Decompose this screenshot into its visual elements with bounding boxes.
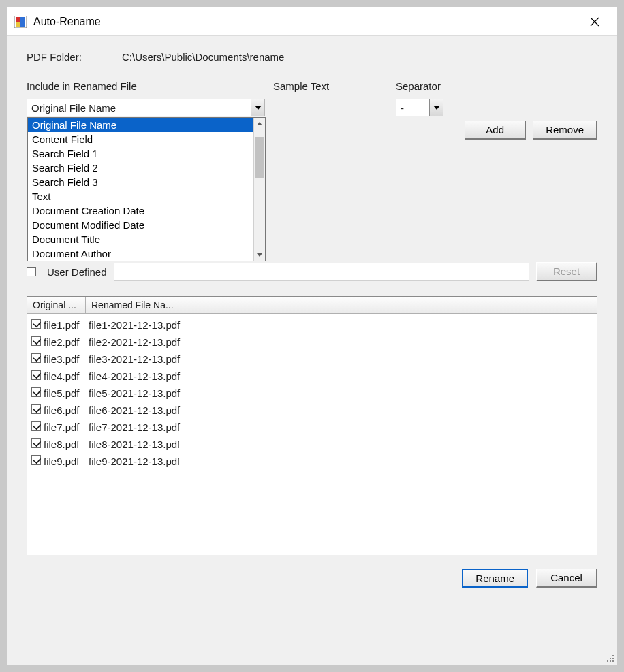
table-row[interactable]: file1.pdffile1-2021-12-13.pdf <box>27 317 597 334</box>
svg-rect-2 <box>20 17 25 22</box>
renamed-filename: file8-2021-12-13.pdf <box>89 436 180 453</box>
original-filename: file1.pdf <box>44 317 89 334</box>
window-title: Auto-Rename <box>33 16 580 28</box>
include-combo-value: Original File Name <box>27 102 251 114</box>
renamed-filename: file2-2021-12-13.pdf <box>89 334 180 351</box>
original-filename: file6.pdf <box>44 402 89 419</box>
include-combo[interactable]: Original File Name Original File NameCon… <box>27 99 265 116</box>
include-option[interactable]: Search Field 2 <box>28 161 253 175</box>
row-checkbox[interactable] <box>31 387 41 397</box>
svg-rect-4 <box>20 22 25 27</box>
dropdown-scrollbar[interactable] <box>253 118 265 261</box>
separator-label: Separator <box>396 80 441 92</box>
include-option[interactable]: Search Field 3 <box>28 175 253 189</box>
pdf-folder-row: PDF Folder: C:\Users\Public\Documents\re… <box>27 51 597 63</box>
include-option[interactable]: Content Field <box>28 132 253 146</box>
pdf-folder-path: C:\Users\Public\Documents\rename <box>122 51 284 63</box>
original-filename: file5.pdf <box>44 385 89 402</box>
column-renamed[interactable]: Renamed File Na... <box>86 297 193 313</box>
scroll-up-arrow-icon[interactable] <box>254 118 265 129</box>
resize-grip-icon[interactable] <box>603 651 615 663</box>
sample-text-label: Sample Text <box>273 80 396 92</box>
table-row[interactable]: file4.pdffile4-2021-12-13.pdf <box>27 368 597 385</box>
original-filename: file4.pdf <box>44 368 89 385</box>
table-row[interactable]: file8.pdffile8-2021-12-13.pdf <box>27 436 597 453</box>
column-original[interactable]: Original ... <box>27 297 86 313</box>
row-checkbox[interactable] <box>31 336 41 346</box>
include-option[interactable]: Search Field 1 <box>28 146 253 161</box>
row-checkbox[interactable] <box>31 319 41 329</box>
renamed-filename: file3-2021-12-13.pdf <box>89 351 180 368</box>
include-option[interactable]: Text <box>28 189 253 204</box>
user-defined-label: User Defined <box>47 266 107 278</box>
section-headers: Include in Renamed File Sample Text Sepa… <box>27 80 597 92</box>
row-checkbox[interactable] <box>31 438 41 448</box>
pdf-folder-label: PDF Folder: <box>27 51 122 63</box>
separator-combo[interactable]: - <box>396 99 443 116</box>
include-option[interactable]: Document Title <box>28 232 253 246</box>
include-option[interactable]: Document Creation Date <box>28 204 253 218</box>
include-option[interactable]: Document Author <box>28 246 253 261</box>
renamed-filename: file1-2021-12-13.pdf <box>89 317 180 334</box>
auto-rename-dialog: Auto-Rename PDF Folder: C:\Users\Public\… <box>7 7 617 665</box>
svg-rect-7 <box>612 658 614 659</box>
separator-combo-button[interactable] <box>429 99 443 116</box>
include-combo-button[interactable] <box>251 99 264 116</box>
titlebar: Auto-Rename <box>7 7 617 36</box>
listview-header: Original ... Renamed File Na... <box>27 297 597 314</box>
add-button[interactable]: Add <box>465 121 526 140</box>
renamed-filename: file9-2021-12-13.pdf <box>89 453 180 470</box>
row-checkbox[interactable] <box>31 404 41 414</box>
table-row[interactable]: file2.pdffile2-2021-12-13.pdf <box>27 334 597 351</box>
original-filename: file3.pdf <box>44 351 89 368</box>
reset-button[interactable]: Reset <box>536 262 597 281</box>
scroll-thumb[interactable] <box>255 137 264 178</box>
svg-rect-1 <box>16 17 20 22</box>
renamed-filename: file6-2021-12-13.pdf <box>89 402 180 419</box>
scroll-down-arrow-icon[interactable] <box>254 249 265 261</box>
row-checkbox[interactable] <box>31 421 41 431</box>
remove-button[interactable]: Remove <box>533 121 597 140</box>
table-row[interactable]: file9.pdffile9-2021-12-13.pdf <box>27 453 597 470</box>
user-defined-input[interactable] <box>114 263 529 281</box>
include-option[interactable]: Document Modified Date <box>28 218 253 232</box>
include-option[interactable]: Original File Name <box>28 118 253 132</box>
app-icon <box>14 16 27 28</box>
svg-rect-5 <box>612 655 614 656</box>
table-row[interactable]: file3.pdffile3-2021-12-13.pdf <box>27 351 597 368</box>
renamed-filename: file7-2021-12-13.pdf <box>89 419 180 436</box>
svg-rect-10 <box>612 660 614 662</box>
include-dropdown: Original File NameContent FieldSearch Fi… <box>27 117 266 261</box>
svg-rect-8 <box>607 660 608 662</box>
original-filename: file2.pdf <box>44 334 89 351</box>
table-row[interactable]: file5.pdffile5-2021-12-13.pdf <box>27 385 597 402</box>
renamed-filename: file4-2021-12-13.pdf <box>89 368 180 385</box>
svg-rect-3 <box>16 22 20 27</box>
svg-rect-9 <box>610 660 611 662</box>
separator-combo-value: - <box>396 102 429 114</box>
user-defined-checkbox[interactable] <box>27 267 36 276</box>
original-filename: file9.pdf <box>44 453 89 470</box>
row-checkbox[interactable] <box>31 353 41 363</box>
renamed-filename: file5-2021-12-13.pdf <box>89 385 180 402</box>
row-checkbox[interactable] <box>31 455 41 465</box>
table-row[interactable]: file6.pdffile6-2021-12-13.pdf <box>27 402 597 419</box>
table-row[interactable]: file7.pdffile7-2021-12-13.pdf <box>27 419 597 436</box>
svg-rect-6 <box>610 658 611 659</box>
row-checkbox[interactable] <box>31 370 41 380</box>
cancel-button[interactable]: Cancel <box>536 569 597 588</box>
rename-button[interactable]: Rename <box>462 569 528 588</box>
file-listview: Original ... Renamed File Na... file1.pd… <box>27 296 597 555</box>
original-filename: file8.pdf <box>44 436 89 453</box>
original-filename: file7.pdf <box>44 419 89 436</box>
close-button[interactable] <box>580 12 610 32</box>
include-label: Include in Renamed File <box>27 80 273 92</box>
